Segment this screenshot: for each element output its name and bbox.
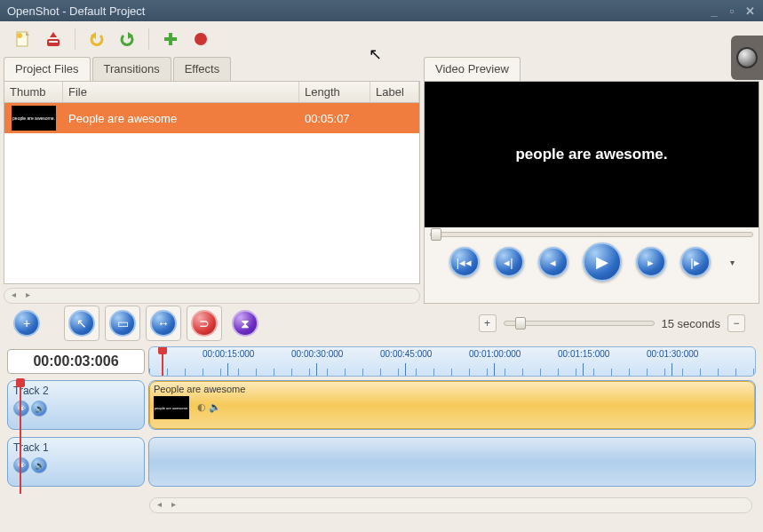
snap-tool[interactable]: ⊃ xyxy=(187,306,222,341)
close-button[interactable]: ✕ xyxy=(743,4,756,17)
record-button[interactable] xyxy=(188,28,213,51)
svg-rect-9 xyxy=(164,37,177,41)
zoom-in-button[interactable]: + xyxy=(479,314,497,332)
track-name: Track 1 xyxy=(13,441,139,454)
zoom-thumb[interactable] xyxy=(515,317,526,330)
col-label[interactable]: Label xyxy=(370,82,419,102)
add-button[interactable] xyxy=(158,28,183,51)
file-row[interactable]: people are awesome. People are awesome 0… xyxy=(4,103,419,133)
maximize-button[interactable]: ▫ xyxy=(726,4,738,17)
playhead[interactable] xyxy=(20,380,21,494)
file-thumb: people are awesome. xyxy=(12,106,56,131)
preview-seek-slider[interactable] xyxy=(425,227,759,242)
track-audio-icon[interactable]: 🔊 xyxy=(31,457,47,473)
seek-thumb[interactable] xyxy=(431,228,441,241)
ruler-tick: 00:01:30:000 xyxy=(647,349,698,359)
ruler-tick: 00:00:30:000 xyxy=(291,349,343,359)
track-audio-icon[interactable]: 🔊 xyxy=(31,401,47,417)
ruler-tick: 00:01:00:000 xyxy=(469,349,521,359)
tab-project-files[interactable]: Project Files xyxy=(4,57,91,81)
clip-title: People are awesome xyxy=(154,384,751,394)
razor-tool[interactable]: ▭ xyxy=(105,306,140,341)
track-header-1[interactable]: Track 1 👁 🔊 xyxy=(7,437,145,487)
track-name: Track 2 xyxy=(13,385,139,397)
seek-end-button[interactable]: |▸ xyxy=(680,247,711,277)
ruler-tick: 00:00:15:000 xyxy=(203,349,254,359)
side-widget[interactable] xyxy=(731,36,763,80)
tab-transitions[interactable]: Transitions xyxy=(92,57,171,81)
track-visible-icon[interactable]: 👁 xyxy=(13,457,29,473)
video-canvas: people are awesome. xyxy=(425,82,759,227)
redo-button[interactable] xyxy=(115,28,139,51)
add-track-button[interactable]: + xyxy=(9,306,44,341)
track-header-2[interactable]: Track 2 👁 🔊 xyxy=(7,380,145,430)
timeline-scrollbar[interactable] xyxy=(149,497,752,513)
file-name: People are awesome xyxy=(63,112,299,125)
svg-point-10 xyxy=(195,33,207,45)
ruler-tick: 00:00:45:000 xyxy=(380,349,432,359)
marker-tool[interactable]: ⧗ xyxy=(227,306,263,341)
fast-forward-button[interactable]: ▸ xyxy=(636,247,666,277)
current-time: 00:00:03:006 xyxy=(7,349,145,374)
svg-marker-5 xyxy=(50,32,57,37)
preview-options-dropdown[interactable]: ▾ xyxy=(730,258,735,267)
undo-button[interactable] xyxy=(84,28,109,51)
new-project-button[interactable] xyxy=(11,28,36,51)
import-file-button[interactable] xyxy=(41,28,66,51)
svg-point-2 xyxy=(17,33,22,38)
track-visible-icon[interactable]: 👁 xyxy=(13,401,29,417)
clip-people-are-awesome[interactable]: People are awesome people are awesome. ◐… xyxy=(149,381,755,429)
tab-video-preview[interactable]: Video Preview xyxy=(424,57,521,81)
track-lane-1[interactable] xyxy=(148,437,756,487)
timeline-ruler[interactable]: 00:00:15:00000:00:30:00000:00:45:00000:0… xyxy=(148,346,756,377)
ruler-tick: 00:01:15:000 xyxy=(558,349,609,359)
tab-effects[interactable]: Effects xyxy=(173,57,232,81)
svg-rect-4 xyxy=(49,41,58,43)
seek-start-button[interactable]: |◂◂ xyxy=(449,247,480,277)
play-button[interactable]: ▶ xyxy=(583,242,622,282)
file-length: 00:05:07 xyxy=(299,112,370,125)
files-scrollbar[interactable] xyxy=(4,288,420,304)
pointer-tool[interactable]: ↖ xyxy=(64,306,99,341)
minimize-button[interactable]: _ xyxy=(708,4,720,17)
window-title: OpenShot - Default Project xyxy=(7,4,145,18)
zoom-label: 15 seconds xyxy=(662,317,721,330)
lens-icon xyxy=(736,47,758,68)
resize-tool[interactable]: ↔ xyxy=(146,306,181,341)
clip-effects-icons: ◐ 🔈 xyxy=(197,401,221,413)
zoom-slider[interactable] xyxy=(504,321,655,326)
zoom-out-button[interactable]: − xyxy=(727,314,745,332)
clip-thumb: people are awesome. xyxy=(154,396,189,419)
col-file[interactable]: File xyxy=(63,82,299,102)
prev-frame-button[interactable]: ◂| xyxy=(494,247,524,277)
col-length[interactable]: Length xyxy=(299,82,370,102)
col-thumb[interactable]: Thumb xyxy=(4,82,63,102)
track-lane-2[interactable]: People are awesome people are awesome. ◐… xyxy=(148,380,756,430)
rewind-button[interactable]: ◂ xyxy=(538,247,568,277)
